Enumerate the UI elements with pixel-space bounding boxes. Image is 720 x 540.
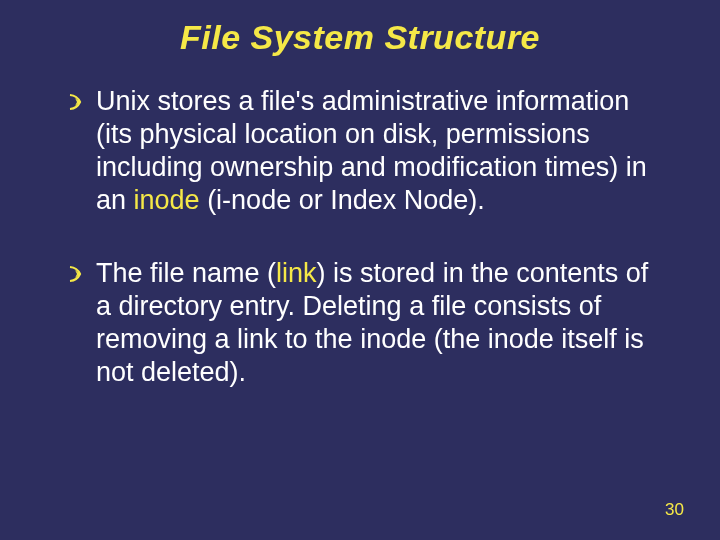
bullet-arrow-icon <box>68 93 96 111</box>
list-item: Unix stores a file's administrative info… <box>68 85 660 217</box>
slide: File System Structure Unix stores a file… <box>0 0 720 540</box>
highlight-term: inode <box>134 185 200 215</box>
text-segment: (i-node or Index Node). <box>200 185 485 215</box>
page-number: 30 <box>665 500 684 520</box>
highlight-term: link <box>276 258 317 288</box>
bullet-list: Unix stores a file's administrative info… <box>60 85 660 389</box>
bullet-text: The file name (link) is stored in the co… <box>96 257 660 389</box>
list-item: The file name (link) is stored in the co… <box>68 257 660 389</box>
text-segment: The file name ( <box>96 258 276 288</box>
bullet-text: Unix stores a file's administrative info… <box>96 85 660 217</box>
slide-title: File System Structure <box>60 18 660 57</box>
bullet-arrow-icon <box>68 265 96 283</box>
